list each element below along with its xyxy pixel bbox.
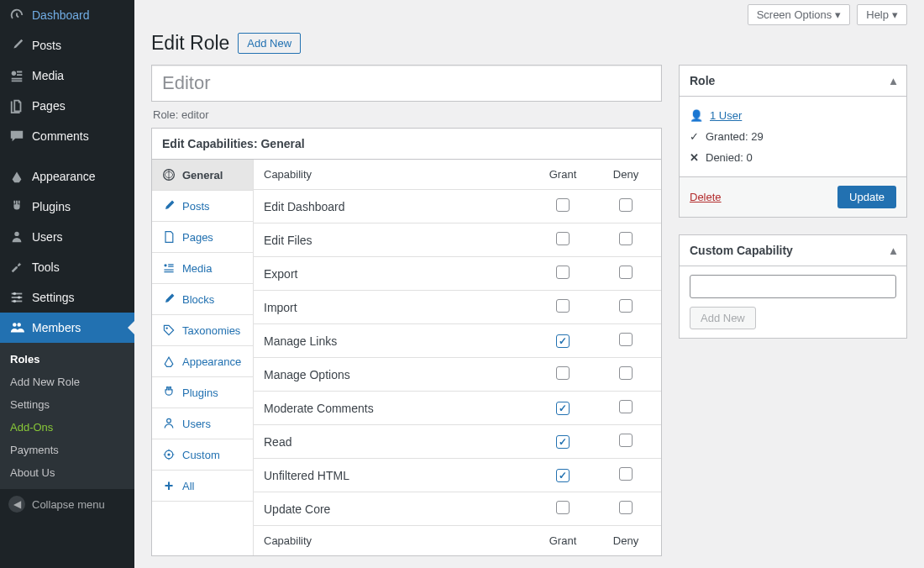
grant-checkbox[interactable]: [556, 366, 570, 380]
tab-users[interactable]: Users: [152, 408, 253, 439]
capabilities-box: Edit Capabilities: General GeneralPostsP…: [151, 128, 662, 556]
capability-tabs: GeneralPostsPagesMediaBlocksTaxonomiesAp…: [152, 160, 254, 555]
tab-appearance[interactable]: Appearance: [152, 346, 253, 377]
sidebar-item-media[interactable]: Media: [0, 60, 134, 91]
chevron-down-icon: ▾: [835, 8, 841, 21]
submenu-add-ons[interactable]: Add-Ons: [0, 416, 134, 439]
deny-checkbox[interactable]: [619, 467, 633, 481]
appearance-icon: [8, 168, 25, 185]
capability-name: Manage Links: [264, 334, 525, 348]
submenu-add-new-role[interactable]: Add New Role: [0, 371, 134, 393]
sidebar-label: Plugins: [32, 200, 71, 213]
tab-blocks[interactable]: Blocks: [152, 284, 253, 315]
sidebar-label: Members: [32, 321, 81, 334]
denied-count: Denied: 0: [706, 151, 753, 164]
sidebar-item-appearance[interactable]: Appearance: [0, 161, 134, 192]
deny-checkbox[interactable]: [619, 434, 633, 447]
sidebar-label: Settings: [32, 291, 75, 304]
check-icon: ✓: [690, 130, 699, 143]
svg-point-11: [164, 264, 166, 266]
sidebar-item-posts[interactable]: Posts: [0, 30, 134, 60]
deny-checkbox[interactable]: [619, 198, 633, 212]
role-slug-line: Role: editor: [151, 102, 662, 128]
sidebar-item-comments[interactable]: Comments: [0, 121, 134, 151]
tools-icon: [8, 259, 25, 276]
grant-checkbox[interactable]: [556, 232, 570, 245]
sidebar-item-settings[interactable]: Settings: [0, 282, 134, 313]
svg-point-1: [14, 232, 18, 236]
comments-icon: [8, 128, 25, 145]
tab-media[interactable]: Media: [152, 253, 253, 284]
tab-all[interactable]: +All: [152, 471, 253, 502]
grant-checkbox[interactable]: [556, 501, 570, 514]
role-name-input[interactable]: [151, 65, 662, 102]
svg-point-7: [13, 300, 17, 303]
capability-name: Edit Dashboard: [264, 200, 525, 213]
collapse-label: Collapse menu: [32, 498, 105, 511]
grant-checkbox[interactable]: ✓: [556, 435, 570, 449]
tab-pages[interactable]: Pages: [152, 222, 253, 253]
svg-point-12: [165, 327, 167, 329]
submenu-about-us[interactable]: About Us: [0, 461, 134, 484]
blocks-icon: [162, 292, 176, 306]
deny-checkbox[interactable]: [619, 333, 633, 346]
deny-checkbox[interactable]: [619, 266, 633, 279]
grant-checkbox[interactable]: ✓: [556, 334, 570, 348]
capability-name: Manage Options: [264, 368, 525, 381]
tab-plugins[interactable]: Plugins: [152, 377, 253, 408]
x-icon: ✕: [690, 151, 699, 164]
grant-checkbox[interactable]: ✓: [556, 469, 570, 482]
capability-row: Manage Links✓: [254, 324, 661, 358]
sidebar-item-users[interactable]: Users: [0, 222, 134, 252]
grant-checkbox[interactable]: ✓: [556, 402, 570, 415]
posts-icon: [8, 37, 25, 54]
deny-checkbox[interactable]: [619, 400, 633, 413]
tab-label: Appearance: [182, 355, 241, 368]
grant-checkbox[interactable]: [556, 299, 570, 313]
sidebar-item-pages[interactable]: Pages: [0, 91, 134, 121]
update-button[interactable]: Update: [837, 186, 896, 208]
help-button[interactable]: Help▾: [857, 4, 907, 25]
sidebar-item-members[interactable]: Members: [0, 313, 134, 343]
custom-capability-panel: Custom Capability ▴ Add New: [679, 234, 907, 339]
grant-checkbox[interactable]: [556, 198, 570, 212]
collapse-menu[interactable]: ◀ Collapse menu: [0, 489, 134, 519]
collapse-panel-icon[interactable]: ▴: [890, 74, 896, 87]
deny-checkbox[interactable]: [619, 299, 633, 313]
add-new-button[interactable]: Add New: [238, 33, 301, 54]
custom-cap-title: Custom Capability: [690, 244, 793, 257]
custom-capability-input[interactable]: [690, 275, 896, 298]
sidebar-item-tools[interactable]: Tools: [0, 252, 134, 282]
tab-label: Posts: [182, 200, 210, 213]
admin-sidebar: DashboardPostsMediaPagesCommentsAppearan…: [0, 0, 134, 568]
users-link[interactable]: 1 User: [710, 109, 742, 122]
collapse-panel-icon[interactable]: ▴: [890, 244, 896, 257]
sidebar-label: Users: [32, 230, 63, 244]
sidebar-item-plugins[interactable]: Plugins: [0, 192, 134, 222]
sidebar-item-dashboard[interactable]: Dashboard: [0, 0, 134, 30]
delete-link[interactable]: Delete: [690, 191, 722, 203]
members-icon: [8, 319, 25, 336]
capability-name: Moderate Comments: [264, 402, 525, 415]
submenu-payments[interactable]: Payments: [0, 439, 134, 461]
deny-checkbox[interactable]: [619, 501, 633, 514]
deny-checkbox[interactable]: [619, 232, 633, 245]
tab-label: Custom: [182, 449, 220, 461]
tab-custom[interactable]: Custom: [152, 439, 253, 471]
grant-checkbox[interactable]: [556, 266, 570, 279]
submenu-settings[interactable]: Settings: [0, 393, 134, 416]
capability-name: Import: [264, 301, 525, 314]
tab-taxonomies[interactable]: Taxonomies: [152, 315, 253, 346]
submenu-roles[interactable]: Roles: [0, 348, 134, 371]
tab-general[interactable]: General: [152, 160, 253, 191]
capability-row: Update Core: [254, 492, 661, 526]
user-icon: 👤: [690, 109, 703, 122]
settings-icon: [8, 289, 25, 306]
dashboard-icon: [8, 7, 25, 24]
screen-options-button[interactable]: Screen Options▾: [748, 4, 851, 25]
capability-row: Edit Files: [254, 224, 661, 257]
tab-posts[interactable]: Posts: [152, 191, 253, 222]
plugins-icon: [8, 198, 25, 215]
deny-checkbox[interactable]: [619, 366, 633, 380]
add-capability-button[interactable]: Add New: [690, 307, 756, 329]
